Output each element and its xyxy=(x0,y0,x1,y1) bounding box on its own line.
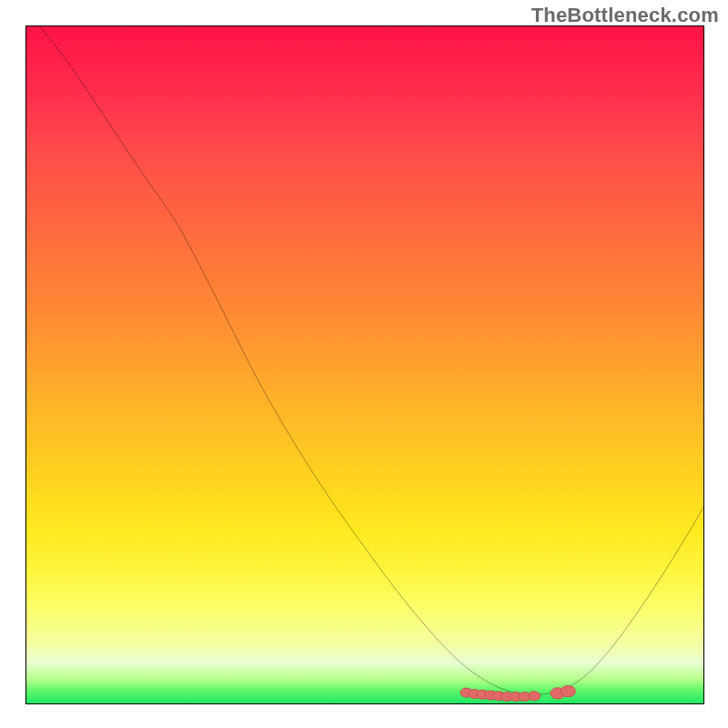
chart-frame: TheBottleneck.com xyxy=(0,0,728,728)
plot-area xyxy=(25,25,704,704)
watermark-text: TheBottleneck.com xyxy=(531,4,719,27)
heat-gradient-background xyxy=(26,26,703,703)
